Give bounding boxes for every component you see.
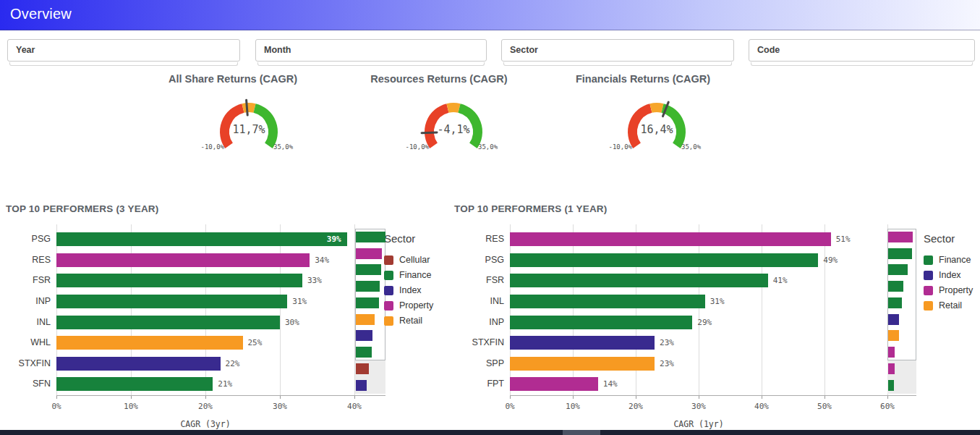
- bar-fsr[interactable]: [56, 274, 302, 287]
- minimap-bar: [888, 297, 902, 308]
- bar-inp[interactable]: [56, 295, 287, 308]
- category-label-whl[interactable]: WHL: [4, 337, 51, 348]
- bar-value-label: 39%: [56, 235, 341, 244]
- bar-value-label: 23%: [660, 359, 674, 368]
- legend-item-retail[interactable]: Retail: [939, 300, 962, 311]
- minimap-bar: [356, 281, 380, 292]
- bar-stxfin[interactable]: [56, 357, 221, 371]
- filter-year[interactable]: Year: [7, 39, 240, 62]
- category-label-stxfin[interactable]: STXFIN: [458, 337, 504, 348]
- gauge-min-label: -10,0%: [187, 143, 224, 151]
- bar-value-label: 31%: [292, 297, 307, 306]
- axis-tick-label: 10%: [555, 402, 591, 411]
- legend-swatch-retail[interactable]: [924, 301, 933, 311]
- legend-item-index[interactable]: Index: [939, 270, 961, 280]
- bar-fpt[interactable]: [510, 377, 598, 391]
- legend-swatch-finance[interactable]: [924, 255, 933, 265]
- bar-psg[interactable]: [510, 253, 818, 267]
- bar-value-label: 34%: [315, 255, 329, 265]
- legend-item-finance[interactable]: Finance: [939, 255, 971, 265]
- legend-item-retail[interactable]: Retail: [399, 316, 422, 326]
- dashboard: Overview Year Month Sector Code All Shar…: [0, 0, 980, 435]
- category-label-inp[interactable]: INP: [4, 296, 51, 307]
- category-label-sfn[interactable]: SFN: [4, 379, 51, 389]
- category-label-psg[interactable]: PSG: [458, 255, 504, 266]
- gauge-min-label: -10,0%: [595, 143, 632, 151]
- category-label-inl[interactable]: INL: [4, 317, 51, 328]
- gauge-title-financials: Financials Returns (CAGR): [534, 73, 751, 85]
- horizontal-scrollbar[interactable]: [0, 430, 980, 435]
- category-label-res[interactable]: RES: [4, 255, 51, 266]
- gauge-financials-returns: 16,4% -10,0% 35,0%: [606, 98, 707, 156]
- gauge-max-label: 35,0%: [478, 143, 498, 151]
- bar-whl[interactable]: [56, 336, 243, 350]
- legend-swatch-cellular[interactable]: [384, 255, 393, 265]
- scrollbar-thumb[interactable]: [563, 430, 600, 435]
- minimap-bar: [356, 248, 382, 259]
- category-label-fsr[interactable]: FSR: [458, 275, 504, 286]
- minimap-bar: [888, 330, 899, 341]
- category-label-psg[interactable]: PSG: [4, 234, 51, 245]
- legend-item-property[interactable]: Property: [399, 300, 433, 311]
- legend-swatch-index[interactable]: [384, 286, 393, 295]
- chart-title-3-year: TOP 10 PERFORMERS (3 YEAR): [6, 203, 159, 214]
- legend-item-index[interactable]: Index: [399, 285, 422, 295]
- category-label-fsr[interactable]: FSR: [4, 275, 51, 286]
- minimap-bar: [356, 314, 375, 325]
- gauge-title-resources: Resources Returns (CAGR): [331, 73, 547, 85]
- bar-inl[interactable]: [510, 295, 705, 308]
- bar-value-label: 41%: [773, 276, 788, 285]
- bar-sfn[interactable]: [56, 377, 213, 391]
- bar-inl[interactable]: [56, 316, 280, 329]
- bar-inp[interactable]: [510, 316, 692, 329]
- bar-value-label: 33%: [307, 276, 322, 285]
- minimap-bar: [888, 248, 912, 259]
- filter-code[interactable]: Code: [749, 39, 975, 62]
- category-label-fpt[interactable]: FPT: [458, 379, 504, 389]
- minimap-bar: [888, 314, 899, 325]
- category-label-res[interactable]: RES: [458, 234, 504, 245]
- legend-swatch-property[interactable]: [924, 286, 933, 295]
- legend-swatch-retail[interactable]: [384, 316, 393, 326]
- category-label-spp[interactable]: SPP: [458, 358, 504, 369]
- category-label-inp[interactable]: INP: [458, 317, 504, 328]
- bar-value-label: 25%: [248, 338, 263, 347]
- bar-res[interactable]: [56, 253, 310, 267]
- app-header: Overview: [0, 0, 980, 30]
- x-axis-line: [510, 395, 916, 396]
- bar-value-label: 14%: [603, 379, 618, 389]
- gauge-value: -4,1%: [403, 123, 504, 136]
- bar-spp[interactable]: [510, 357, 655, 371]
- legend-item-cellular[interactable]: Cellular: [399, 255, 430, 265]
- minimap-bar: [888, 363, 895, 374]
- bar-value-label: 22%: [226, 359, 240, 368]
- bar-res[interactable]: [510, 232, 831, 246]
- legend-swatch-index[interactable]: [924, 271, 933, 280]
- legend-item-property[interactable]: Property: [939, 285, 973, 295]
- bar-value-label: 23%: [660, 338, 674, 347]
- filter-month[interactable]: Month: [255, 39, 487, 62]
- bar-stxfin[interactable]: [510, 336, 655, 350]
- minimap-bar: [356, 264, 381, 275]
- filter-sector-label: Sector: [510, 40, 538, 61]
- category-label-inl[interactable]: INL: [458, 296, 504, 307]
- gauge-segment: [651, 108, 662, 109]
- legend-item-finance[interactable]: Finance: [399, 270, 431, 280]
- bar-value-label: 49%: [823, 255, 838, 265]
- gridline: [825, 224, 825, 395]
- legend-swatch-finance[interactable]: [384, 271, 393, 280]
- filter-sector[interactable]: Sector: [501, 39, 734, 62]
- axis-tick-label: 50%: [806, 402, 843, 411]
- category-label-stxfin[interactable]: STXFIN: [4, 358, 51, 369]
- minimap-bar: [888, 347, 895, 358]
- axis-tick-label: 40%: [743, 402, 780, 411]
- axis-tick-label: 10%: [113, 402, 149, 411]
- minimap-bar: [888, 281, 903, 292]
- minimap-bar: [356, 363, 369, 374]
- bar-fsr[interactable]: [510, 274, 768, 287]
- gridline: [762, 224, 762, 395]
- minimap-bar: [888, 264, 908, 275]
- x-axis-line: [56, 395, 385, 396]
- legend-swatch-property[interactable]: [384, 301, 393, 311]
- gauge-min-label: -10,0%: [391, 143, 429, 151]
